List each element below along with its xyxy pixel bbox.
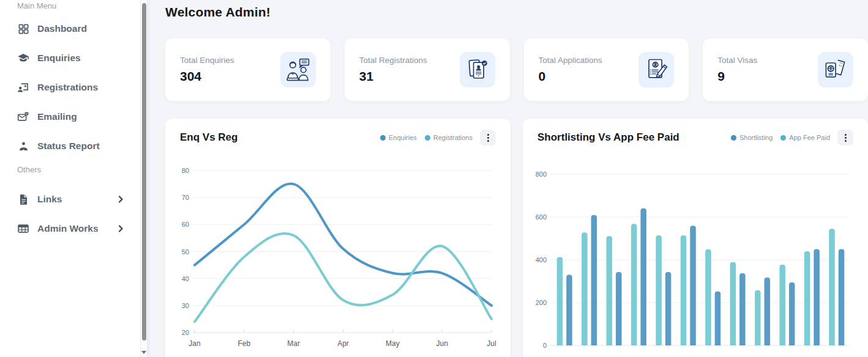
stat-card-total-enquiries: Total Enquiries 304 [165,39,331,101]
stat-label: Total Visas [717,56,757,65]
svg-text:600: 600 [536,213,547,221]
sidebar-item-label: Links [37,194,108,205]
svg-text:Jan: Jan [189,339,200,348]
legend-label: Registrations [433,134,473,141]
svg-text:30: 30 [182,302,189,309]
legend-dot-icon [380,135,386,141]
stat-label: Total Applications [539,56,602,65]
stat-value: 31 [359,69,427,84]
svg-text:0: 0 [543,342,547,349]
table-icon [17,223,29,235]
svg-text:Jul: Jul [487,339,496,348]
svg-text:Mar: Mar [287,339,300,348]
line-chart-enq-vs-reg: 20304050607080JanFebMarAprMayJunJul [180,149,496,353]
svg-text:40: 40 [182,275,189,282]
legend-item[interactable]: Shortlisting [731,134,773,141]
svg-text:800: 800 [536,171,547,178]
stat-cards-row: Total Enquiries 304 Total Registrations … [165,39,868,101]
legend-dot-icon [425,135,430,141]
legend-label: Enquiries [389,134,417,141]
chart-title: Enq Vs Reg [180,131,238,144]
sidebar-item-label: Emailing [37,111,147,122]
sidebar-item-label: Status Report [37,141,147,152]
mail-icon [17,111,29,123]
sidebar-item-registrations[interactable]: Registrations [17,73,147,102]
svg-text:70: 70 [182,194,189,201]
sidebar-scrollbar[interactable] [140,0,146,357]
legend-dot-icon [731,135,736,141]
sidebar-item-links[interactable]: Links [17,185,147,214]
sidebar-item-status-report[interactable]: Status Report [17,131,147,161]
legend-label: App Fee Paid [789,134,830,141]
svg-text:200: 200 [536,299,547,306]
sidebar-item-label: Enquiries [37,53,147,64]
sidebar-item-label: Admin Works [37,223,108,234]
legend-dot-icon [780,135,786,141]
sidebar-item-dashboard[interactable]: Dashboard [17,14,147,43]
legend-label: Shortlisting [739,134,773,141]
bar-chart-shortlisting-vs-app-fee: 8006004002000 [537,149,853,353]
charts-row: Enq Vs Reg EnquiriesRegistrations 203040… [165,119,868,357]
enquiries-illustration-icon [280,52,316,87]
stat-label: Total Enquiries [180,56,234,65]
svg-text:50: 50 [182,248,189,256]
svg-text:400: 400 [536,256,547,263]
chart-title: Shortlisting Vs App Fee Paid [537,131,679,144]
chevron-right-icon [116,195,125,204]
stat-card-total-visas: Total Visas 9 [703,39,868,101]
svg-text:Jun: Jun [436,339,447,348]
svg-text:Apr: Apr [337,339,349,348]
person-report-icon [17,140,29,152]
sidebar: Main Menu Dashboard Enquiries Registrati… [0,0,147,357]
person-card-icon [17,81,29,94]
sidebar-item-admin-works[interactable]: Admin Works [17,214,147,243]
stat-value: 304 [180,69,234,84]
svg-text:20: 20 [182,329,189,336]
chart-legend: ShortlistingApp Fee Paid [731,134,830,141]
document-icon [17,193,29,205]
svg-text:80: 80 [182,167,189,174]
page-title: Welcome Admin! [165,5,868,20]
svg-text:May: May [386,339,400,348]
sidebar-main-nav: Dashboard Enquiries Registrations Emaili… [17,14,147,161]
chevron-right-icon [116,224,125,233]
scroll-down-arrow-icon[interactable] [141,350,146,355]
sidebar-item-label: Registrations [37,82,147,93]
sidebar-item-emailing[interactable]: Emailing [17,102,147,131]
visas-illustration-icon [818,52,853,87]
svg-text:Feb: Feb [238,339,250,348]
sidebar-section-others: Others [17,165,147,175]
graduation-cap-icon [17,52,29,64]
chart-card-shortlisting-vs-app-fee: Shortlisting Vs App Fee Paid Shortlistin… [523,119,868,357]
sidebar-others-nav: Links Admin Works [17,185,147,243]
stat-card-total-applications: Total Applications 0 [524,39,689,101]
chart-menu-button[interactable] [837,130,853,145]
dashboard-icon [17,23,29,35]
stat-card-total-registrations: Total Registrations 31 [345,39,510,101]
stat-value: 0 [539,69,602,84]
main-content: Welcome Admin! Total Enquiries 304 [147,0,868,357]
sidebar-item-enquiries[interactable]: Enquiries [17,43,147,73]
sidebar-section-main-menu: Main Menu [17,1,147,11]
chart-card-enq-vs-reg: Enq Vs Reg EnquiriesRegistrations 203040… [165,119,511,357]
legend-item[interactable]: App Fee Paid [780,134,830,141]
legend-item[interactable]: Registrations [425,134,473,141]
chart-menu-button[interactable] [480,130,496,145]
applications-illustration-icon [638,52,674,87]
stat-value: 9 [717,69,757,84]
registrations-illustration-icon [460,52,495,87]
chart-legend: EnquiriesRegistrations [380,134,473,141]
stat-label: Total Registrations [359,56,427,65]
svg-text:60: 60 [182,221,189,228]
sidebar-scrollbar-thumb[interactable] [142,3,146,340]
legend-item[interactable]: Enquiries [380,134,417,141]
sidebar-item-label: Dashboard [37,23,147,34]
